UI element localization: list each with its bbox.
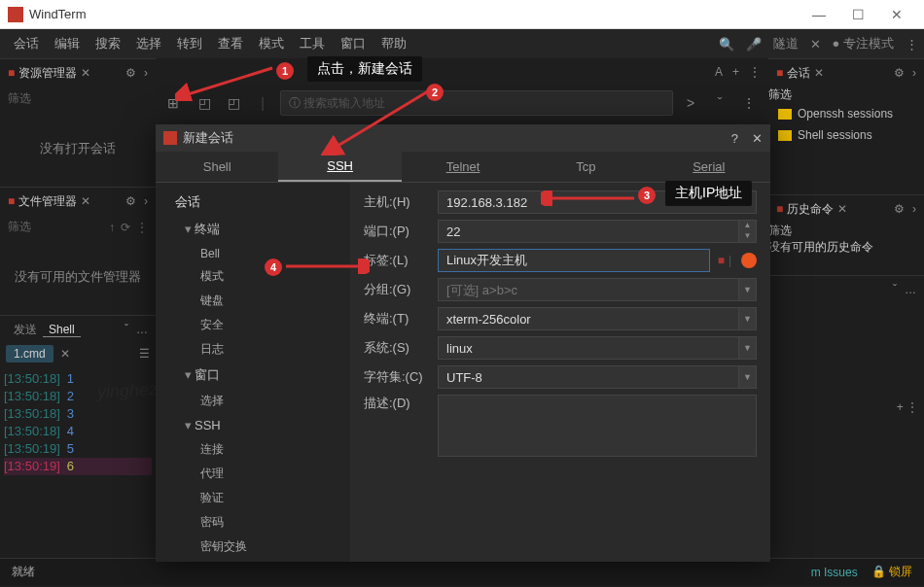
menu-tools[interactable]: 工具 xyxy=(292,35,333,52)
panel-close-icon[interactable]: ✕ xyxy=(814,66,824,80)
term-dropdown-icon[interactable]: ▼ xyxy=(739,307,757,330)
menu-window[interactable]: 窗口 xyxy=(333,35,373,52)
sessions-filter[interactable]: 筛选 xyxy=(768,87,792,101)
gear-icon[interactable]: ⚙ xyxy=(125,194,136,208)
side-window[interactable]: ▾窗口 xyxy=(156,362,350,389)
side-session[interactable]: 会话 xyxy=(156,189,350,216)
more-icon[interactable]: ⋮ xyxy=(136,221,148,234)
side-auth[interactable]: 验证 xyxy=(156,486,350,510)
side-kex[interactable]: 密钥交换 xyxy=(156,535,350,559)
minimize-button[interactable]: — xyxy=(800,7,838,22)
app-logo-icon xyxy=(8,7,23,22)
plus-icon[interactable]: + ⋮ xyxy=(897,400,918,414)
charset-dropdown-icon[interactable]: ▼ xyxy=(739,365,757,389)
more-icon[interactable]: … xyxy=(905,283,916,296)
help-icon[interactable]: ? xyxy=(731,131,738,146)
charset-input[interactable] xyxy=(438,365,739,389)
chevron-icon[interactable]: › xyxy=(912,202,916,216)
port-label: 端口:(P) xyxy=(364,223,438,240)
menu-session[interactable]: 会话 xyxy=(6,35,47,52)
tab-list-icon[interactable]: ☰ xyxy=(139,347,150,361)
side-log[interactable]: 日志 xyxy=(156,337,350,362)
side-ssh[interactable]: ▾SSH xyxy=(156,413,350,437)
side-terminal[interactable]: ▾终端 xyxy=(156,216,350,243)
menu-help[interactable]: 帮助 xyxy=(373,35,414,52)
collapse-icon[interactable]: ˇ xyxy=(124,323,128,336)
search-icon[interactable]: 🔍 xyxy=(719,37,734,52)
gear-icon[interactable]: ⚙ xyxy=(894,202,905,216)
sys-dropdown-icon[interactable]: ▼ xyxy=(739,336,757,360)
nav-down-icon[interactable]: ˇ xyxy=(708,91,731,115)
chevron-icon[interactable]: › xyxy=(912,66,916,80)
chevron-icon[interactable]: › xyxy=(144,66,148,80)
tab-close-icon[interactable]: ✕ xyxy=(60,347,70,361)
filemgr-filter[interactable]: 筛选 xyxy=(8,219,31,235)
explorer-filter[interactable]: 筛选 xyxy=(8,90,31,107)
port-spinner[interactable]: ▲▼ xyxy=(739,220,757,243)
nav-next-icon[interactable]: > xyxy=(679,91,702,115)
side-proxy[interactable]: 代理 xyxy=(156,462,350,486)
menu-mode[interactable]: 模式 xyxy=(251,35,292,52)
side-keyboard[interactable]: 键盘 xyxy=(156,289,350,313)
history-filter[interactable]: 筛选 xyxy=(768,224,792,237)
ubuntu-icon[interactable] xyxy=(741,253,757,268)
close-x-icon[interactable]: ✕ xyxy=(810,37,821,52)
menu-goto[interactable]: 转到 xyxy=(169,35,210,52)
more-icon[interactable]: … xyxy=(136,323,148,336)
toolbar-more-icon[interactable]: ⋮ xyxy=(737,91,761,115)
port-input[interactable] xyxy=(438,220,739,243)
menu-more-icon[interactable]: ⋮ xyxy=(906,37,918,52)
dialog-close-icon[interactable]: ✕ xyxy=(752,131,763,146)
filemgr-empty: 没有可用的文件管理器 xyxy=(0,239,156,315)
desc-input[interactable] xyxy=(438,395,757,457)
maximize-button[interactable]: ☐ xyxy=(838,7,877,22)
gear-icon[interactable]: ⚙ xyxy=(125,66,136,80)
side-password[interactable]: 密码 xyxy=(156,510,350,535)
side-connect[interactable]: 连接 xyxy=(156,437,350,462)
folder-openssh[interactable]: Openssh sessions xyxy=(768,103,924,124)
tab-shell[interactable]: Shell xyxy=(156,152,278,182)
history-empty: 没有可用的历史命令 xyxy=(768,239,924,256)
shell-tab[interactable]: Shell xyxy=(43,323,81,337)
refresh-icon[interactable]: ⟳ xyxy=(121,221,130,234)
font-a-icon[interactable]: A xyxy=(715,65,723,79)
term-input[interactable] xyxy=(438,307,739,330)
folder-shell[interactable]: Shell sessions xyxy=(768,124,924,146)
close-button[interactable]: ✕ xyxy=(877,7,916,22)
panel-close-icon[interactable]: ✕ xyxy=(81,194,90,208)
lock-icon[interactable]: 🔒 锁屏 xyxy=(871,564,912,580)
side-mac[interactable]: MAC 哈希 xyxy=(156,559,350,562)
tag-input[interactable] xyxy=(438,249,710,272)
terminal-output[interactable]: [13:50:18]1 [13:50:18]2 [13:50:18]3 [13:… xyxy=(0,364,156,481)
up-arrow-icon[interactable]: ↑ xyxy=(109,221,115,234)
tab-telnet[interactable]: Telnet xyxy=(402,152,524,182)
group-input[interactable] xyxy=(438,278,739,301)
side-security[interactable]: 安全 xyxy=(156,313,350,337)
sys-input[interactable] xyxy=(438,336,739,360)
tab-tcp[interactable]: Tcp xyxy=(524,152,647,182)
chevron-icon[interactable]: › xyxy=(144,194,148,208)
menu-edit[interactable]: 编辑 xyxy=(47,35,88,52)
focus-mode-button[interactable]: ● 专注模式 xyxy=(833,35,894,52)
side-select[interactable]: 选择 xyxy=(156,389,350,413)
window-title: WindTerm xyxy=(29,7,800,21)
color-swatch-icon[interactable]: ■ xyxy=(718,254,725,267)
tab-ssh[interactable]: SSH xyxy=(278,152,401,182)
menu-select[interactable]: 选择 xyxy=(128,35,169,52)
tab-serial[interactable]: Serial xyxy=(648,152,770,182)
more-icon[interactable]: ⋮ xyxy=(749,65,761,79)
panel-close-icon[interactable]: ✕ xyxy=(837,202,847,216)
menu-view[interactable]: 查看 xyxy=(210,35,251,52)
panel-close-icon[interactable]: ✕ xyxy=(81,66,90,80)
send-tab[interactable]: 发送 xyxy=(8,322,43,338)
cmd-tab[interactable]: 1.cmd xyxy=(6,345,53,363)
menu-search[interactable]: 搜索 xyxy=(88,35,128,52)
group-dropdown-icon[interactable]: ▼ xyxy=(739,278,757,301)
gear-icon[interactable]: ⚙ xyxy=(894,66,905,80)
status-issues[interactable]: m Issues xyxy=(811,566,858,579)
group-label: 分组:(G) xyxy=(364,281,438,298)
plus-icon[interactable]: + xyxy=(732,65,739,79)
collapse-icon[interactable]: ˇ xyxy=(893,283,897,296)
tunnel-button[interactable]: 隧道 xyxy=(773,35,799,52)
mic-icon[interactable]: 🎤 xyxy=(746,37,762,52)
